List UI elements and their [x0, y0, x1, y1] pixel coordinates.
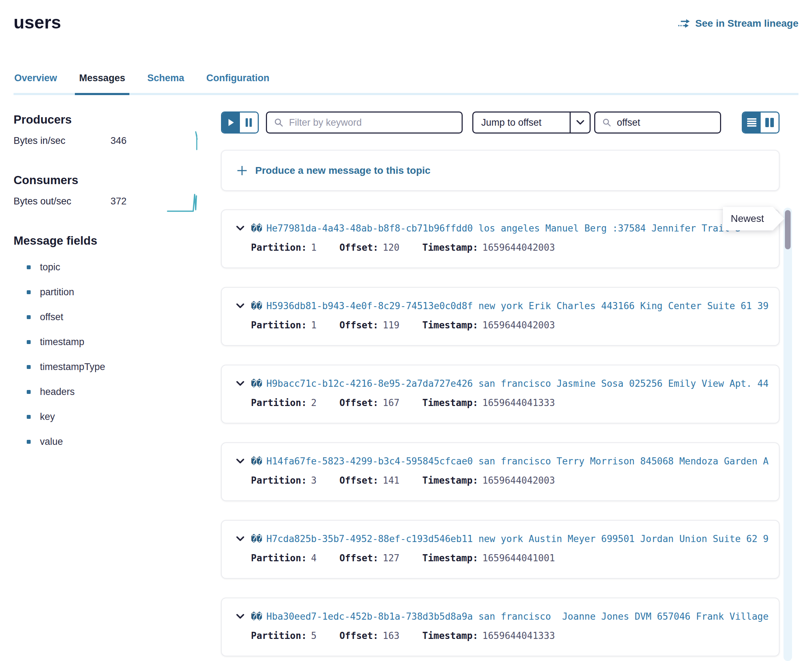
message-row[interactable]: �� H14fa67fe-5823-4299-b3c4-595845cfcae0… — [221, 442, 780, 501]
message-summary: �� H5936db81-b943-4e0f-8c29-74513e0c0d8f… — [236, 300, 769, 311]
search-icon — [602, 118, 611, 128]
content-area: Producers Bytes in/sec 346 Consumers Byt… — [0, 95, 812, 661]
offset-search-field — [594, 112, 721, 134]
newest-tooltip-box: Newest — [723, 207, 784, 230]
pause-button[interactable] — [240, 113, 258, 133]
field-bullet-icon — [27, 365, 30, 369]
offset-label: Offset: — [340, 475, 378, 486]
tab-messages[interactable]: Messages — [78, 73, 126, 93]
timestamp-label: Timestamp: — [423, 475, 478, 486]
message-field-item-topic[interactable]: topic — [14, 255, 205, 279]
play-button[interactable] — [222, 113, 240, 133]
tab-configuration[interactable]: Configuration — [206, 73, 270, 93]
expand-chevron-icon[interactable] — [236, 381, 245, 386]
message-fields-heading: Message fields — [14, 234, 205, 247]
partition-value: 1 — [311, 242, 317, 253]
tab-schema[interactable]: Schema — [146, 73, 185, 93]
timestamp-value: 1659644041001 — [482, 553, 555, 564]
message-meta: Partition:1 Offset:120 Timestamp:1659644… — [236, 242, 769, 253]
messages-scrollbar-track[interactable] — [783, 208, 792, 661]
partition-label: Partition: — [251, 320, 307, 330]
partition-label: Partition: — [251, 398, 307, 408]
message-row[interactable]: �� H9bacc71c-b12c-4216-8e95-2a7da727e426… — [221, 365, 780, 423]
offset-label: Offset: — [340, 242, 378, 253]
message-summary: �� He77981da-4a43-48ab-b8f8-cb71b96ffdd0… — [236, 223, 769, 234]
binary-glyphs: �� — [251, 300, 262, 311]
field-bullet-icon — [27, 290, 30, 294]
message-field-item-key[interactable]: key — [14, 404, 205, 429]
expand-chevron-icon[interactable] — [236, 614, 245, 619]
page-header: users See in Stream lineage — [0, 0, 812, 33]
binary-glyphs: �� — [251, 533, 262, 544]
partition-value: 3 — [311, 475, 317, 486]
message-key-value-text: H9bacc71c-b12c-4216-8e95-2a7da727e426 sa… — [266, 378, 769, 389]
offset-label: Offset: — [340, 631, 378, 641]
message-key-value-text: He77981da-4a43-48ab-b8f8-cb71b96ffdd0 lo… — [266, 223, 769, 234]
stream-lineage-link[interactable]: See in Stream lineage — [678, 18, 798, 29]
expand-chevron-icon[interactable] — [236, 458, 245, 464]
message-row[interactable]: �� He77981da-4a43-48ab-b8f8-cb71b96ffdd0… — [221, 209, 780, 268]
keyword-filter-input[interactable] — [288, 117, 455, 129]
pause-icon — [245, 118, 252, 127]
partition-label: Partition: — [251, 631, 307, 641]
timestamp-label: Timestamp: — [423, 398, 478, 408]
tab-overview[interactable]: Overview — [14, 73, 58, 93]
binary-glyphs: �� — [251, 223, 262, 234]
messages-scrollbar-thumb[interactable] — [785, 210, 791, 249]
timestamp-value: 1659644042003 — [482, 242, 555, 253]
message-meta: Partition:5 Offset:163 Timestamp:1659644… — [236, 631, 769, 641]
field-label: partition — [40, 287, 74, 298]
field-label: key — [40, 411, 55, 422]
message-meta: Partition:4 Offset:127 Timestamp:1659644… — [236, 553, 769, 564]
partition-value: 4 — [311, 553, 317, 564]
message-field-item-timestampType[interactable]: timestampType — [14, 354, 205, 379]
message-field-item-timestamp[interactable]: timestamp — [14, 329, 205, 354]
bytes-in-sparkline-icon — [193, 131, 200, 151]
field-label: value — [40, 436, 63, 447]
message-field-item-value[interactable]: value — [14, 429, 205, 454]
play-icon — [227, 118, 235, 126]
message-field-item-partition[interactable]: partition — [14, 279, 205, 305]
jump-to-offset-value: Jump to offset — [473, 113, 570, 133]
expand-chevron-icon[interactable] — [236, 225, 245, 231]
partition-value: 1 — [311, 320, 317, 330]
message-row[interactable]: �� H7cda825b-35b7-4952-88ef-c193d546eb11… — [221, 520, 780, 579]
list-view-button[interactable] — [743, 113, 761, 133]
topic-page: users See in Stream lineage Overview Mes… — [0, 0, 812, 661]
list-view-icon — [747, 118, 756, 127]
message-row[interactable]: �� Hba30eed7-1edc-452b-8b1a-738d3b5d8a9a… — [221, 598, 780, 656]
timestamp-value: 1659644042003 — [482, 320, 555, 330]
split-view-button[interactable] — [761, 113, 778, 133]
partition-label: Partition: — [251, 242, 307, 253]
timestamp-value: 1659644041333 — [482, 398, 555, 408]
binary-glyphs: �� — [251, 378, 262, 389]
jump-to-offset-select[interactable]: Jump to offset — [472, 112, 591, 134]
message-field-item-offset[interactable]: offset — [14, 305, 205, 329]
field-label: topic — [40, 262, 60, 273]
message-key-value-text: H14fa67fe-5823-4299-b3c4-595845cfcae0 sa… — [266, 456, 769, 466]
expand-chevron-icon[interactable] — [236, 536, 245, 542]
binary-glyphs: �� — [251, 456, 262, 466]
timestamp-value: 1659644042003 — [482, 475, 555, 486]
offset-search-input[interactable] — [616, 117, 713, 129]
expand-chevron-icon[interactable] — [236, 303, 245, 309]
message-field-item-headers[interactable]: headers — [14, 379, 205, 404]
partition-value: 5 — [311, 631, 317, 641]
offset-value: 127 — [383, 553, 400, 564]
message-summary: �� Hba30eed7-1edc-452b-8b1a-738d3b5d8a9a… — [236, 611, 769, 622]
message-key-value-text: H5936db81-b943-4e0f-8c29-74513e0c0d8f ne… — [266, 300, 769, 311]
message-summary: �� H14fa67fe-5823-4299-b3c4-595845cfcae0… — [236, 456, 769, 466]
message-key-value-text: Hba30eed7-1edc-452b-8b1a-738d3b5d8a9a sa… — [266, 611, 769, 622]
partition-label: Partition: — [251, 475, 307, 486]
message-meta: Partition:3 Offset:141 Timestamp:1659644… — [236, 475, 769, 486]
newest-tooltip-label: Newest — [731, 213, 764, 224]
bytes-in-metric-row: Bytes in/sec 346 — [14, 131, 200, 151]
stream-lineage-arrow-icon — [678, 19, 691, 29]
produce-message-button[interactable]: Produce a new message to this topic — [221, 150, 780, 191]
bytes-in-label: Bytes in/sec — [14, 135, 111, 146]
offset-label: Offset: — [340, 320, 378, 330]
timestamp-label: Timestamp: — [423, 242, 478, 253]
bytes-out-value: 372 — [111, 196, 127, 207]
message-row[interactable]: �� H5936db81-b943-4e0f-8c29-74513e0c0d8f… — [221, 287, 780, 346]
timestamp-label: Timestamp: — [423, 553, 478, 564]
